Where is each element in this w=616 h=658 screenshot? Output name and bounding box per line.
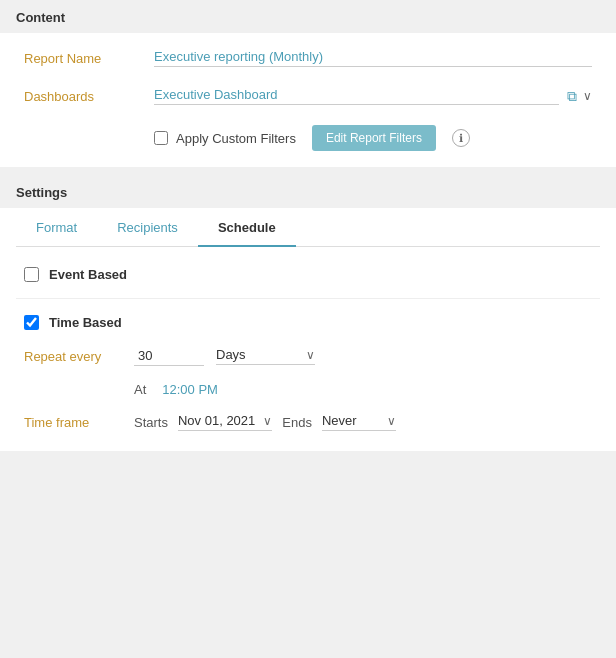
apply-custom-filters-checkbox[interactable] — [154, 131, 168, 145]
settings-tabs: Format Recipients Schedule — [16, 208, 600, 247]
tab-recipients[interactable]: Recipients — [97, 208, 198, 247]
apply-custom-filters-label[interactable]: Apply Custom Filters — [154, 131, 296, 146]
report-name-label: Report Name — [24, 51, 154, 66]
ends-label: Ends — [282, 415, 312, 430]
time-based-checkbox[interactable] — [24, 315, 39, 330]
time-based-label: Time Based — [49, 315, 122, 330]
timeframe-label: Time frame — [24, 415, 134, 430]
dashboards-label: Dashboards — [24, 89, 154, 104]
event-based-checkbox[interactable] — [24, 267, 39, 282]
content-section: Content Report Name Dashboards Executive… — [0, 0, 616, 167]
ends-chevron-icon[interactable]: ∨ — [387, 414, 396, 428]
edit-report-filters-button[interactable]: Edit Report Filters — [312, 125, 436, 151]
content-header: Content — [0, 0, 616, 33]
event-based-label: Event Based — [49, 267, 127, 282]
time-based-body: Repeat every Days ∨ At 12:00 PM Time fra… — [16, 346, 600, 431]
report-name-value — [154, 49, 592, 67]
time-based-row: Time Based — [16, 315, 600, 330]
info-icon[interactable]: ℹ — [452, 129, 470, 147]
dashboards-row: Dashboards Executive Dashboard ⧉ ∨ — [24, 87, 592, 105]
starts-date-select[interactable]: Nov 01, 2021 ∨ — [178, 413, 272, 431]
apply-custom-filters-text: Apply Custom Filters — [176, 131, 296, 146]
at-row: At 12:00 PM — [134, 382, 592, 397]
chevron-down-icon[interactable]: ∨ — [583, 89, 592, 103]
tab-schedule[interactable]: Schedule — [198, 208, 296, 247]
report-name-input[interactable] — [154, 49, 592, 67]
days-chevron-icon[interactable]: ∨ — [306, 348, 315, 362]
starts-label: Starts — [134, 415, 168, 430]
ends-select[interactable]: Never ∨ — [322, 413, 396, 431]
tab-format[interactable]: Format — [16, 208, 97, 247]
at-value[interactable]: 12:00 PM — [162, 382, 218, 397]
settings-header: Settings — [0, 175, 616, 208]
starts-chevron-icon[interactable]: ∨ — [263, 414, 272, 428]
days-label: Days — [216, 347, 246, 362]
dashboard-select[interactable]: Executive Dashboard — [154, 87, 559, 105]
starts-date-value: Nov 01, 2021 — [178, 413, 255, 428]
days-select[interactable]: Days ∨ — [216, 347, 315, 365]
settings-body: Format Recipients Schedule Event Based T… — [0, 208, 616, 451]
divider-1 — [16, 298, 600, 299]
ends-value: Never — [322, 413, 357, 428]
external-link-icon[interactable]: ⧉ — [567, 88, 577, 105]
filters-row: Apply Custom Filters Edit Report Filters… — [154, 125, 592, 151]
repeat-every-input[interactable] — [134, 346, 204, 366]
at-label: At — [134, 382, 146, 397]
timeframe-row: Time frame Starts Nov 01, 2021 ∨ Ends Ne… — [24, 413, 592, 431]
dashboard-icons: ⧉ ∨ — [567, 88, 592, 105]
repeat-every-row: Repeat every Days ∨ — [24, 346, 592, 366]
settings-section: Settings Format Recipients Schedule Even… — [0, 175, 616, 451]
repeat-every-label: Repeat every — [24, 349, 134, 364]
dashboard-selected-value: Executive Dashboard — [154, 87, 278, 102]
content-body: Report Name Dashboards Executive Dashboa… — [0, 33, 616, 167]
dashboards-value: Executive Dashboard ⧉ ∨ — [154, 87, 592, 105]
dashboard-row: Executive Dashboard ⧉ ∨ — [154, 87, 592, 105]
event-based-row: Event Based — [16, 267, 600, 282]
report-name-row: Report Name — [24, 49, 592, 67]
